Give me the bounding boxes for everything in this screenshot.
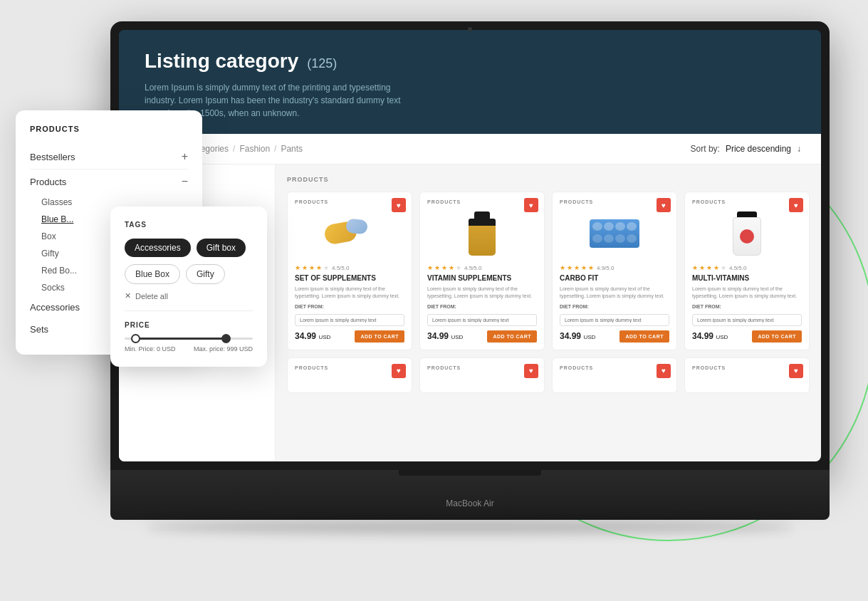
product-card-3: ♥ PRODUCTS <box>552 192 677 350</box>
card-image-3 <box>560 209 669 258</box>
laptop-brand: MacBook Air <box>446 498 493 508</box>
sort-arrow[interactable]: ↓ <box>797 144 801 154</box>
add-to-cart-1[interactable]: ADD TO CART <box>355 330 404 343</box>
tags-delete-all[interactable]: ✕ Delete all <box>125 291 253 300</box>
sidebar-bestsellers[interactable]: Bestsellers + <box>30 145 188 169</box>
laptop-shadow <box>146 520 794 534</box>
laptop-bottom: MacBook Air <box>110 470 830 520</box>
tag-bluebox[interactable]: Blue Box <box>125 264 180 284</box>
wishlist-icon-5[interactable]: ♥ <box>392 364 406 378</box>
card-name-3: CARBO FIT <box>560 274 669 283</box>
card-desc-2: Lorem ipsum is simply dummy text of the … <box>427 286 537 300</box>
listing-count: (125) <box>307 56 337 71</box>
card-desc-3: Lorem ipsum is simply dummy text of the … <box>560 286 669 300</box>
bestsellers-expand-icon[interactable]: + <box>182 150 188 163</box>
price-title: PRICE <box>125 321 253 329</box>
product-card-2: ♥ PRODUCTS ★★★★★ <box>419 192 545 350</box>
card-select-1[interactable]: Lorem ipsum is simply dummy text <box>295 314 404 326</box>
card-label-3: PRODUCTS <box>560 199 669 204</box>
sort-label: Sort by: <box>691 144 720 154</box>
stars-3: ★★★★★ 4.9/5.0 <box>560 264 669 271</box>
delete-all-label: Delete all <box>135 292 168 300</box>
price-range-labels: Min. Price: 0 USD Max. price: 999 USD <box>125 345 253 352</box>
price-slider[interactable] <box>125 338 253 340</box>
breadcrumb-pants[interactable]: Pants <box>281 144 303 154</box>
card-name-4: MULTI-VITAMINS <box>692 274 802 283</box>
card-price-4: 34.99 USD <box>692 331 728 341</box>
card-price-1: 34.99 USD <box>295 331 330 341</box>
card-label-2: PRODUCTS <box>427 199 537 204</box>
tags-outline-row: Blue Box Gifty <box>125 264 253 284</box>
tags-title: TAGS <box>125 221 253 229</box>
add-to-cart-4[interactable]: ADD TO CART <box>752 330 802 343</box>
slider-thumb-min[interactable] <box>131 334 140 343</box>
card-select-4[interactable]: Lorem ipsum is simply dummy text <box>692 314 802 326</box>
screen-header: Listing category (125) Lorem Ipsum is si… <box>119 30 821 134</box>
card-desc-1: Lorem ipsum is simply dummy text of the … <box>295 286 404 300</box>
wishlist-icon-1[interactable]: ♥ <box>392 198 406 212</box>
tag-accessories[interactable]: Accessories <box>125 239 191 257</box>
product-card-grid: ♥ PRODUCTS ★★★★★ <box>287 192 810 350</box>
filter-bar: Filters Categories / Fashion / Pants Sor… <box>119 134 821 164</box>
add-to-cart-2[interactable]: ADD TO CART <box>487 330 537 343</box>
add-to-cart-3[interactable]: ADD TO CART <box>619 330 669 343</box>
stars-1: ★★★★★ 4.5/5.0 <box>295 264 404 271</box>
price-max-label: Max. price: 999 USD <box>194 345 253 352</box>
card-name-1: SET OF SUPPLEMENTS <box>295 274 404 283</box>
sort-section: Sort by: Price descending ↓ <box>691 144 801 154</box>
tag-giftbox[interactable]: Gift box <box>197 239 246 257</box>
camera-dot <box>468 27 472 31</box>
stars-2: ★★★★★ 4.5/5.0 <box>427 264 537 271</box>
wishlist-icon-8[interactable]: ♥ <box>789 364 803 378</box>
product-card: ♥ PRODUCTS ★★★★★ <box>287 192 412 350</box>
wishlist-icon-7[interactable]: ♥ <box>657 364 671 378</box>
wishlist-icon-4[interactable]: ♥ <box>789 198 803 212</box>
wishlist-icon-3[interactable]: ♥ <box>657 198 671 212</box>
card-label-1: PRODUCTS <box>295 199 404 204</box>
wishlist-icon-2[interactable]: ♥ <box>524 198 538 212</box>
price-section: PRICE Min. Price: 0 USD Max. price: 999 … <box>125 310 253 352</box>
card-price-2: 34.99 USD <box>427 331 463 341</box>
floating-tags-panel: TAGS Accessories Gift box Blue Box Gifty… <box>110 207 267 367</box>
card-price-3: 34.99 USD <box>560 331 595 341</box>
card-select-2[interactable]: Lorem ipsum is simply dummy text <box>427 314 537 326</box>
card-select-3[interactable]: Lorem ipsum is simply dummy text <box>560 314 669 326</box>
sort-value[interactable]: Price descending <box>726 144 791 154</box>
fs-title: PRODUCTS <box>30 125 188 133</box>
price-min-label: Min. Price: 0 USD <box>125 345 176 352</box>
breadcrumb-fashion[interactable]: Fashion <box>239 144 270 154</box>
card-name-2: VITAMIN SUPPLEMENTS <box>427 274 537 283</box>
listing-title: Listing category <box>145 50 298 73</box>
stars-4: ★★★★★ 4.5/5.0 <box>692 264 802 271</box>
card-label-4: PRODUCTS <box>692 199 802 204</box>
sidebar-products[interactable]: Products − <box>30 169 188 194</box>
card-image-4 <box>692 209 802 258</box>
product-card-grid-row2: ♥ PRODUCTS ♥ PRODUCTS ♥ PRODUCTS <box>287 357 810 393</box>
delete-all-x-icon: ✕ <box>125 291 131 300</box>
product-card-5: ♥ PRODUCTS <box>287 357 412 393</box>
product-card-6: ♥ PRODUCTS <box>419 357 545 393</box>
card-desc-4: Lorem ipsum is simply dummy text of the … <box>692 286 802 300</box>
tag-gifty[interactable]: Gifty <box>186 264 225 284</box>
scene: Listing category (125) Lorem Ipsum is si… <box>0 0 868 601</box>
wishlist-icon-6[interactable]: ♥ <box>524 364 538 378</box>
breadcrumb: Categories / Fashion / Pants <box>187 144 303 154</box>
slider-thumb-max[interactable] <box>221 334 231 343</box>
laptop-hinge <box>399 470 541 476</box>
product-card-7: ♥ PRODUCTS <box>552 357 677 393</box>
products-collapse-icon[interactable]: − <box>182 175 188 188</box>
product-card-4: ♥ PRODUCTS <box>684 192 810 350</box>
card-image-2 <box>427 209 537 258</box>
products-grid-label: PRODUCTS <box>287 176 810 183</box>
tags-filled-row: Accessories Gift box <box>125 239 253 257</box>
product-card-8: ♥ PRODUCTS <box>684 357 810 393</box>
products-grid: PRODUCTS ♥ PRODUCTS <box>276 164 821 461</box>
card-image-1 <box>295 209 404 258</box>
